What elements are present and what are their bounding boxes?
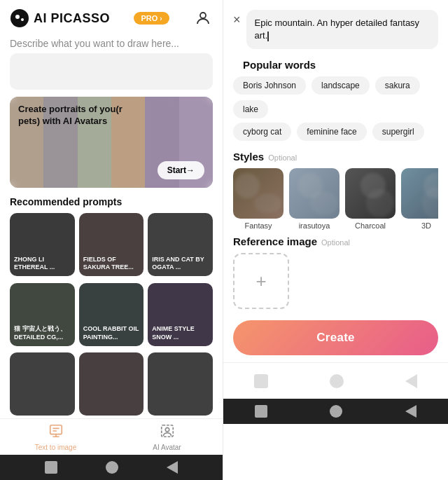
svg-point-6 — [165, 427, 169, 432]
create-btn-area: Create — [223, 315, 448, 362]
sys-home-left[interactable] — [45, 461, 57, 474]
styles-title: Styles — [233, 151, 264, 163]
styles-optional: Optional — [268, 153, 297, 162]
prompt-card-2[interactable]: FIELDS OF SAKURA TREE... — [79, 213, 144, 276]
start-button[interactable]: Start→ — [158, 161, 204, 179]
style-thumb-charcoal — [345, 168, 396, 219]
prompt-card-3[interactable]: IRIS AND CAT BY OGATA ... — [148, 213, 213, 276]
describe-input[interactable] — [10, 53, 213, 90]
chips-row-2: cyborg catfeminine facesupergirl — [233, 123, 438, 141]
popular-words-title: Popular words — [233, 56, 438, 76]
ref-image-box[interactable]: + — [233, 253, 289, 309]
main-area: AI PICASSO PRO › Describe what you want … — [0, 0, 448, 480]
prompt-card-9[interactable] — [148, 352, 213, 416]
create-button[interactable]: Create — [233, 320, 438, 355]
prompt-card-6[interactable]: ANIME STYLE SNOW ... — [148, 283, 213, 346]
styles-header: Styles Optional — [233, 151, 438, 163]
styles-scroll: Fantasy irasutoya Charcoal 3D — [233, 168, 438, 230]
style-label-fantasy: Fantasy — [244, 221, 272, 230]
chips-row-1: Boris Johnsonlandscapesakuralake — [233, 76, 438, 118]
svg-rect-4 — [50, 425, 62, 434]
style-label-irasutoya: irasutoya — [299, 221, 330, 230]
right-nav-icon-1[interactable] — [254, 374, 268, 388]
prompts-grid: ZHONG LI ETHEREAL ...FIELDS OF SAKURA TR… — [0, 213, 223, 418]
svg-point-2 — [21, 18, 24, 21]
style-label-charcoal: Charcoal — [355, 221, 386, 230]
style-label-3d: 3D — [421, 221, 431, 230]
pro-chevron: › — [160, 15, 162, 22]
svg-point-9 — [254, 193, 282, 213]
svg-point-8 — [234, 173, 260, 198]
search-text: Epic mountain. An hyper detailed fantasy… — [255, 18, 420, 41]
right-nav-icon-3[interactable] — [405, 374, 417, 388]
user-icon[interactable] — [193, 8, 213, 28]
left-bottom-nav: Text to image AI Avatar — [0, 418, 223, 455]
pro-label: PRO — [141, 14, 158, 22]
style-thumb-fantasy — [233, 168, 284, 219]
ai-avatar-icon — [160, 423, 175, 442]
prompt-card-label-3: IRIS AND CAT BY OGATA ... — [152, 256, 209, 272]
style-card-3d[interactable]: 3D — [401, 168, 438, 230]
svg-point-18 — [422, 187, 438, 219]
prompt-card-1[interactable]: ZHONG LI ETHEREAL ... — [10, 213, 75, 276]
pro-badge[interactable]: PRO › — [134, 12, 169, 25]
avatars-banner[interactable]: Create portraits of you(r pets) with AI … — [10, 97, 213, 188]
svg-point-15 — [366, 189, 394, 217]
left-panel: AI PICASSO PRO › Describe what you want … — [0, 0, 223, 480]
text-to-image-icon — [48, 423, 64, 442]
close-button[interactable]: × — [233, 13, 241, 27]
search-input-box[interactable]: Epic mountain. An hyper detailed fantasy… — [246, 10, 438, 49]
chip-feminine-face[interactable]: feminine face — [297, 123, 366, 141]
prompt-card-label-1: ZHONG LI ETHEREAL ... — [14, 256, 71, 272]
chip-boris-johnson[interactable]: Boris Johnson — [233, 76, 306, 95]
ref-plus-icon: + — [255, 270, 266, 292]
right-bottom-nav — [223, 362, 448, 399]
avatars-banner-text: Create portraits of you(r pets) with AI … — [18, 104, 130, 128]
styles-section: Styles Optional Fantasy irasutoya Charco… — [223, 151, 448, 235]
prompt-card-8[interactable] — [79, 352, 144, 416]
sys-back-right[interactable] — [330, 405, 342, 418]
style-thumb-irasutoya — [289, 168, 340, 219]
svg-point-1 — [15, 15, 20, 19]
chip-landscape[interactable]: landscape — [312, 76, 370, 95]
sys-back-left[interactable] — [106, 461, 118, 474]
prompt-card-4[interactable]: 猫 宇宙人と戦う、DETAILED CG,... — [10, 283, 75, 346]
nav-ai-avatar[interactable]: AI Avatar — [111, 419, 223, 455]
ref-header: Reference image Optional — [233, 235, 438, 247]
text-to-image-label: Text to image — [35, 444, 76, 451]
recommended-title: Recommended prompts — [0, 193, 223, 213]
sys-recent-left[interactable] — [167, 461, 178, 474]
chip-sakura[interactable]: sakura — [375, 76, 420, 95]
right-nav-icon-2[interactable] — [330, 374, 344, 388]
cursor — [267, 32, 269, 41]
describe-label: Describe what you want to draw here... — [0, 34, 223, 53]
style-thumb-3d — [401, 168, 438, 219]
right-panel: × Epic mountain. An hyper detailed fanta… — [223, 0, 448, 480]
chip-lake[interactable]: lake — [233, 100, 268, 118]
ref-image-title: Reference image — [233, 235, 317, 247]
sys-recent-right[interactable] — [405, 405, 416, 418]
ref-optional: Optional — [321, 238, 350, 247]
search-bar-area: × Epic mountain. An hyper detailed fanta… — [223, 0, 448, 56]
system-nav-left — [0, 455, 223, 480]
chip-cyborg-cat[interactable]: cyborg cat — [233, 123, 291, 141]
svg-point-12 — [310, 191, 338, 215]
sys-home-right[interactable] — [255, 405, 267, 418]
style-card-fantasy[interactable]: Fantasy — [233, 168, 284, 230]
logo-area: AI PICASSO — [10, 8, 110, 28]
chip-supergirl[interactable]: supergirl — [372, 123, 424, 141]
prompt-card-5[interactable]: COOL RABBIT OIL PAINTING... — [79, 283, 144, 346]
popular-words-area: Popular words Boris Johnsonlandscapesaku… — [223, 56, 448, 151]
app-header: AI PICASSO PRO › — [0, 0, 223, 34]
style-card-irasutoya[interactable]: irasutoya — [289, 168, 340, 230]
prompt-card-label-6: ANIME STYLE SNOW ... — [152, 325, 209, 341]
logo-text: AI PICASSO — [34, 11, 110, 26]
prompt-card-7[interactable] — [10, 352, 75, 416]
prompt-card-label-5: COOL RABBIT OIL PAINTING... — [83, 325, 140, 341]
logo-icon — [10, 8, 29, 28]
system-nav-right — [223, 399, 448, 424]
nav-text-to-image[interactable]: Text to image — [0, 419, 111, 455]
style-card-charcoal[interactable]: Charcoal — [345, 168, 396, 230]
ref-image-section: Reference image Optional + — [223, 235, 448, 315]
svg-point-0 — [10, 9, 29, 27]
